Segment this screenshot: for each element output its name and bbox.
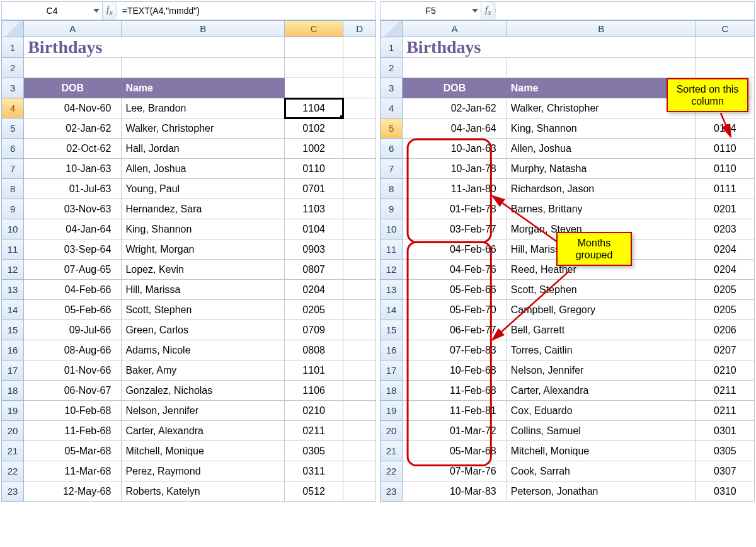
cell-dob[interactable]: 10-Jan-63 — [24, 159, 122, 179]
cell-code[interactable]: 0211 — [696, 381, 754, 401]
row-header[interactable]: 19 — [2, 401, 24, 421]
cell-dob[interactable]: 03-Sep-64 — [24, 239, 122, 260]
row-header[interactable]: 8 — [2, 179, 24, 199]
cell-empty[interactable] — [343, 441, 376, 461]
cell-code[interactable]: 0305 — [285, 441, 343, 461]
cell-code[interactable]: 1103 — [285, 199, 343, 219]
header-dob[interactable]: DOB — [24, 78, 122, 98]
cell-name[interactable]: Cook, Sarrah — [507, 461, 696, 481]
row-header[interactable]: 21 — [2, 441, 24, 461]
cell-dob[interactable]: 07-Mar-76 — [403, 461, 507, 481]
row-header[interactable]: 13 — [2, 280, 24, 300]
row-header[interactable]: 13 — [381, 280, 403, 300]
cell-code[interactable]: 0701 — [285, 179, 343, 199]
cell-name[interactable]: Walker, Christopher — [122, 118, 285, 139]
cell-name[interactable]: King, Shannon — [122, 219, 285, 239]
cell-dob[interactable]: 03-Feb-77 — [403, 219, 507, 239]
cell-dob[interactable]: 11-Feb-68 — [24, 421, 122, 441]
row-header[interactable]: 10 — [2, 219, 24, 239]
row-header[interactable]: 18 — [2, 381, 24, 401]
cell-name[interactable]: Allen, Joshua — [507, 139, 696, 159]
cell-code[interactable]: 0211 — [696, 401, 754, 421]
cell-code[interactable]: 0104 — [696, 118, 754, 139]
page-title[interactable]: Birthdays — [24, 37, 285, 58]
cell-empty[interactable] — [343, 98, 376, 118]
cell-code[interactable]: 0709 — [285, 320, 343, 340]
row-header[interactable]: 7 — [381, 159, 403, 179]
cell-dob[interactable]: 10-Jan-78 — [403, 159, 507, 179]
row-header[interactable]: 9 — [2, 199, 24, 219]
cell-name[interactable]: Perez, Raymond — [122, 461, 285, 481]
cell-name[interactable]: Bell, Garrett — [507, 320, 696, 340]
col-header-B[interactable]: B — [507, 21, 696, 37]
cell-name[interactable]: Torres, Caitlin — [507, 340, 696, 360]
col-header-B[interactable]: B — [122, 21, 285, 37]
cell-code[interactable]: 0205 — [285, 300, 343, 320]
cell-dob[interactable]: 01-Jul-63 — [24, 179, 122, 199]
col-header-C[interactable]: C — [696, 21, 754, 37]
row-header[interactable]: 3 — [2, 78, 24, 98]
cell-empty[interactable] — [343, 139, 376, 159]
cell-dob[interactable]: 10-Jan-63 — [403, 139, 507, 159]
cell-dob[interactable]: 07-Feb-83 — [403, 340, 507, 360]
cell-empty[interactable] — [343, 239, 376, 260]
cell-dob[interactable]: 02-Oct-62 — [24, 139, 122, 159]
cell-name[interactable]: Scott, Stephen — [507, 280, 696, 300]
cell-name[interactable]: Roberts, Katelyn — [122, 481, 285, 502]
cell-dob[interactable]: 04-Nov-60 — [24, 98, 122, 118]
cell-name[interactable]: Young, Paul — [122, 179, 285, 199]
cell-code[interactable]: 0205 — [696, 280, 754, 300]
cell-dob[interactable]: 11-Feb-68 — [403, 381, 507, 401]
cell-dob[interactable]: 08-Aug-66 — [24, 340, 122, 360]
cell-code[interactable]: 1106 — [285, 381, 343, 401]
cell-dob[interactable]: 06-Nov-67 — [24, 381, 122, 401]
cell-empty[interactable] — [343, 401, 376, 421]
name-box[interactable]: F5 — [381, 2, 481, 20]
cell-dob[interactable]: 05-Feb-66 — [24, 300, 122, 320]
cell-dob[interactable]: 11-Jan-80 — [403, 179, 507, 199]
row-header[interactable]: 8 — [381, 179, 403, 199]
page-title[interactable]: Birthdays — [403, 37, 696, 58]
cell-dob[interactable]: 04-Feb-66 — [24, 280, 122, 300]
select-all-corner[interactable] — [381, 21, 403, 37]
cell-name[interactable]: Adams, Nicole — [122, 340, 285, 360]
cell-empty[interactable] — [343, 280, 376, 300]
cell-code[interactable]: 0211 — [285, 421, 343, 441]
cell-empty[interactable] — [343, 219, 376, 239]
cell-name[interactable]: King, Shannon — [507, 118, 696, 139]
cell-code[interactable]: 0207 — [696, 340, 754, 360]
row-header[interactable]: 16 — [381, 340, 403, 360]
cell-code[interactable]: 0201 — [696, 199, 754, 219]
cell-code[interactable]: 0111 — [696, 179, 754, 199]
cell-name[interactable]: Hall, Jordan — [122, 139, 285, 159]
cell-code[interactable]: 0204 — [696, 260, 754, 280]
cell-code[interactable]: 0807 — [285, 260, 343, 280]
row-header[interactable]: 23 — [2, 481, 24, 502]
row-header[interactable]: 15 — [2, 320, 24, 340]
row-header[interactable]: 20 — [2, 421, 24, 441]
cell-dob[interactable]: 04-Jan-64 — [403, 118, 507, 139]
cell-dob[interactable]: 01-Nov-66 — [24, 360, 122, 381]
cell-empty[interactable] — [343, 199, 376, 219]
cell-dob[interactable]: 04-Jan-64 — [24, 219, 122, 239]
cell-dob[interactable]: 03-Nov-63 — [24, 199, 122, 219]
cell-name[interactable]: Gonzalez, Nicholas — [122, 381, 285, 401]
fx-button[interactable]: fx — [481, 2, 496, 20]
cell-name[interactable]: Nelson, Jennifer — [122, 401, 285, 421]
cell-dob[interactable]: 05-Mar-68 — [24, 441, 122, 461]
cell-name[interactable]: Barnes, Brittany — [507, 199, 696, 219]
row-header[interactable]: 23 — [381, 481, 403, 502]
cell-name[interactable]: Nelson, Jennifer — [507, 360, 696, 381]
row-header[interactable]: 18 — [381, 381, 403, 401]
cell-code[interactable]: 1002 — [285, 139, 343, 159]
row-header[interactable]: 22 — [381, 461, 403, 481]
cell-code[interactable]: 0206 — [696, 320, 754, 340]
cell-name[interactable]: Hill, Marissa — [122, 280, 285, 300]
cell-code[interactable]: 0110 — [285, 159, 343, 179]
cell-code[interactable]: 0204 — [285, 280, 343, 300]
header-dob[interactable]: DOB — [403, 78, 507, 98]
row-header[interactable]: 17 — [2, 360, 24, 381]
cell-code[interactable]: 0301 — [696, 421, 754, 441]
col-header-A[interactable]: A — [24, 21, 122, 37]
row-header[interactable]: 9 — [381, 199, 403, 219]
